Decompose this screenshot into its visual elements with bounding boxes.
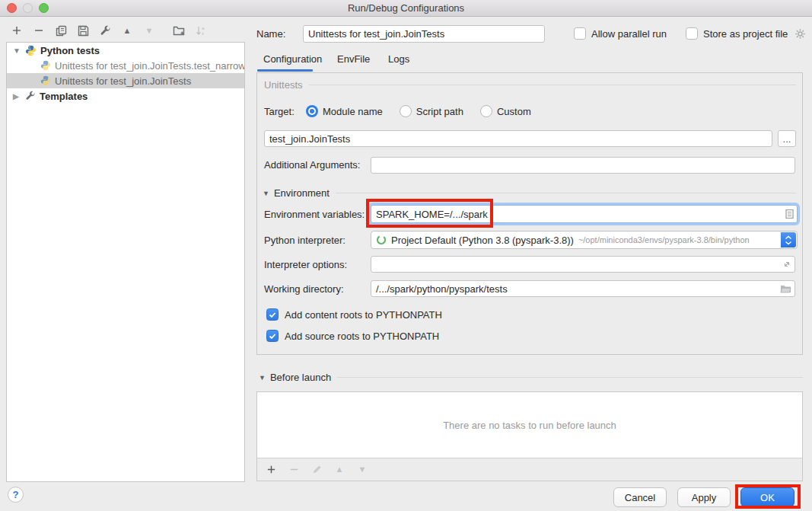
additional-arguments-label: Additional Arguments: xyxy=(264,159,360,171)
interpreter-options-input[interactable] xyxy=(371,256,795,273)
python-interpreter-path: ~/opt/miniconda3/envs/pyspark-3.8/bin/py… xyxy=(578,235,750,244)
name-input[interactable] xyxy=(303,25,545,43)
gear-icon[interactable] xyxy=(794,28,806,40)
target-custom-radio[interactable]: Custom xyxy=(480,105,531,117)
window-title: Run/Debug Configurations xyxy=(0,0,812,16)
svg-text:z: z xyxy=(202,31,204,36)
allow-parallel-run-checkbox[interactable]: Allow parallel run xyxy=(574,27,667,40)
chevron-down-icon[interactable]: ▼ xyxy=(13,46,22,55)
copy-icon[interactable] xyxy=(55,24,67,37)
python-interpreter-label: Python interpreter: xyxy=(264,235,345,246)
checkbox-checked-icon[interactable] xyxy=(266,330,279,342)
checkbox-checked-icon[interactable] xyxy=(266,308,279,321)
wrench-icon[interactable] xyxy=(99,24,111,37)
configurations-toolbar: ▲ ▼ az xyxy=(11,24,207,37)
arrow-up-icon[interactable]: ▲ xyxy=(121,24,133,37)
add-content-roots-checkbox[interactable]: Add content roots to PYTHONPATH xyxy=(266,308,442,321)
minimize-window-icon xyxy=(23,3,33,13)
help-button[interactable]: ? xyxy=(8,487,24,503)
arrow-up-icon: ▲ xyxy=(333,464,345,476)
unittests-group-title: Unittests xyxy=(264,79,303,91)
ok-button[interactable]: OK xyxy=(740,487,794,507)
name-label: Name: xyxy=(256,28,285,40)
add-source-roots-checkbox[interactable]: Add source roots to PYTHONPATH xyxy=(266,330,439,342)
python-icon xyxy=(40,75,51,86)
before-launch-header[interactable]: ▼ Before launch xyxy=(259,372,803,383)
radio-label: Script path xyxy=(416,106,463,117)
configuration-panel: Unittests Target: Module name Script pat… xyxy=(256,72,803,355)
python-icon xyxy=(25,45,37,56)
arrow-down-icon: ▼ xyxy=(356,464,368,476)
sort-az-icon: az xyxy=(195,24,207,37)
minus-icon xyxy=(288,464,300,476)
save-icon[interactable] xyxy=(77,24,89,37)
group-divider xyxy=(336,193,796,193)
expand-icon[interactable] xyxy=(782,260,791,269)
variables-list-icon[interactable] xyxy=(785,209,794,219)
tree-item-label: Unittests for test_join.JoinTests.test_n… xyxy=(55,60,244,72)
plus-icon[interactable] xyxy=(11,24,23,37)
add-content-roots-label: Add content roots to PYTHONPATH xyxy=(285,309,442,321)
tree-item-templates[interactable]: ▶ Templates xyxy=(7,88,244,104)
apply-button[interactable]: Apply xyxy=(677,487,731,507)
zoom-window-icon[interactable] xyxy=(39,3,49,13)
tab-configuration[interactable]: Configuration xyxy=(263,53,322,65)
target-script-path-radio[interactable]: Script path xyxy=(400,105,463,117)
before-launch-empty-text: There are no tasks to run before launch xyxy=(257,392,802,458)
environment-variables-input[interactable] xyxy=(371,205,798,223)
title-bar: Run/Debug Configurations xyxy=(0,0,812,17)
conda-env-icon xyxy=(376,235,387,245)
target-module-name-radio[interactable]: Module name xyxy=(306,105,383,117)
python-icon xyxy=(40,60,51,71)
tab-logs[interactable]: Logs xyxy=(388,53,409,65)
radio-unselected-icon[interactable] xyxy=(400,105,412,117)
group-divider xyxy=(337,377,803,378)
active-tab-underline xyxy=(257,69,313,72)
before-launch-toolbar: ▲ ▼ xyxy=(257,458,802,481)
radio-label: Module name xyxy=(323,106,383,117)
folder-plus-icon[interactable] xyxy=(173,24,185,37)
tab-envfile[interactable]: EnvFile xyxy=(337,53,370,65)
radio-unselected-icon[interactable] xyxy=(480,105,492,117)
working-directory-input[interactable] xyxy=(371,280,795,297)
combo-stepper-icon[interactable] xyxy=(781,232,796,248)
working-directory-label: Working directory: xyxy=(264,283,344,295)
tree-item-unittests-narrow[interactable]: Unittests for test_join.JoinTests.test_n… xyxy=(7,58,244,73)
before-launch-title: Before launch xyxy=(270,372,331,383)
store-as-project-file-checkbox[interactable]: Store as project file xyxy=(686,27,806,40)
interpreter-options-label: Interpreter options: xyxy=(264,259,347,270)
allow-parallel-run-label: Allow parallel run xyxy=(591,28,667,40)
python-interpreter-value: Project Default (Python 3.8 (pyspark-3.8… xyxy=(391,235,574,246)
close-window-icon[interactable] xyxy=(7,3,17,13)
chevron-right-icon[interactable]: ▶ xyxy=(13,92,22,101)
tree-item-python-tests[interactable]: ▼ Python tests xyxy=(7,43,244,58)
radio-label: Custom xyxy=(497,106,531,117)
cancel-button[interactable]: Cancel xyxy=(613,487,667,507)
before-launch-tasks-panel: There are no tasks to run before launch … xyxy=(256,391,803,481)
store-as-project-file-label: Store as project file xyxy=(703,28,788,40)
traffic-lights xyxy=(7,3,49,13)
chevron-down-icon[interactable]: ▼ xyxy=(259,374,266,382)
group-divider xyxy=(309,85,796,85)
python-interpreter-select[interactable]: Project Default (Python 3.8 (pyspark-3.8… xyxy=(371,231,798,249)
radio-selected-icon[interactable] xyxy=(306,105,318,117)
environment-variables-label: Environment variables: xyxy=(264,209,365,220)
folder-icon[interactable] xyxy=(780,284,791,293)
checkbox-unchecked-icon[interactable] xyxy=(686,27,698,40)
tree-item-label: Unittests for test_join.JoinTests xyxy=(55,75,191,87)
plus-icon[interactable] xyxy=(265,464,277,476)
target-label: Target: xyxy=(264,106,306,117)
additional-arguments-input[interactable] xyxy=(371,157,795,174)
chevron-down-icon[interactable]: ▼ xyxy=(263,190,269,197)
minus-icon[interactable] xyxy=(33,24,45,37)
tree-item-unittests-jointests[interactable]: Unittests for test_join.JoinTests xyxy=(7,73,244,88)
environment-section-title: Environment xyxy=(274,187,330,199)
svg-text:a: a xyxy=(202,26,205,30)
tree-item-label: Templates xyxy=(40,91,88,102)
browse-button[interactable]: ... xyxy=(778,130,796,147)
checkbox-unchecked-icon[interactable] xyxy=(574,27,586,40)
target-input[interactable] xyxy=(264,130,772,147)
configurations-tree: ▼ Python tests Unittests for test_join.J… xyxy=(6,42,245,482)
pencil-icon xyxy=(310,464,323,476)
arrow-down-icon: ▼ xyxy=(143,24,155,37)
